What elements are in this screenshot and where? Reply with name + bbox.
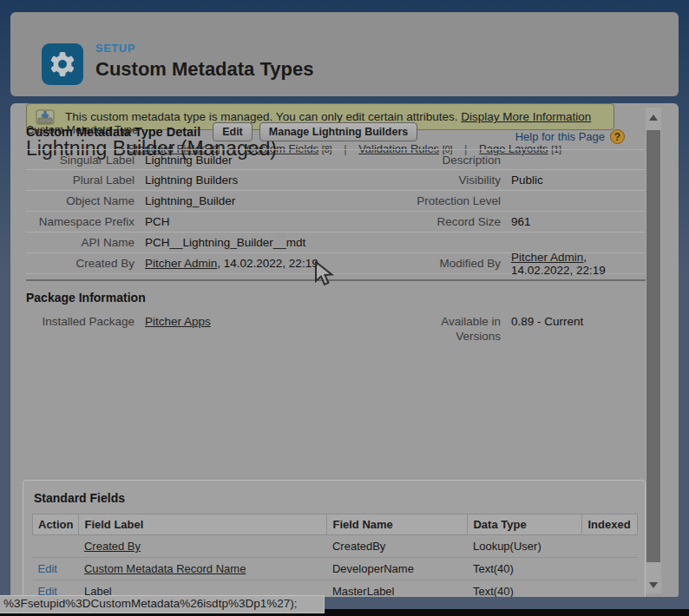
modified-by-user-link[interactable]: Pitcher Admin	[511, 251, 583, 264]
desktop-frame: SETUP Custom Metadata Types Custom Metad…	[0, 0, 689, 616]
gear-icon	[42, 43, 83, 85]
column-header-field-label: Field Label	[79, 514, 327, 535]
edit-row-link[interactable]: Edit	[38, 562, 57, 575]
standard-fields-heading: Standard Fields	[34, 491, 636, 505]
table-row: Created By CreatedBy Lookup(User)	[33, 535, 638, 558]
column-header-data-type: Data Type	[468, 514, 582, 535]
column-header-action: Action	[33, 514, 79, 535]
field-label-link[interactable]: Custom Metadata Record Name	[84, 562, 246, 575]
edit-button[interactable]: Edit	[213, 122, 253, 141]
manage-lightning-builders-button[interactable]: Manage Lightning Builders	[259, 122, 417, 141]
scrollbar-down-icon[interactable]	[649, 582, 658, 588]
detail-row: Namespace Prefix PCH Record Size 961	[26, 212, 646, 233]
setup-header-card: SETUP Custom Metadata Types	[10, 12, 679, 96]
vertical-scrollbar[interactable]	[646, 108, 661, 593]
app-title: Custom Metadata Types	[95, 58, 313, 81]
main-panel: Custom Metadata Type Lightning Builder (…	[10, 103, 679, 597]
detail-row: Plural Label Lightning Builders Visibili…	[26, 170, 646, 191]
available-versions-value: 0.89 - Current	[511, 315, 646, 344]
column-header-indexed: Indexed	[582, 514, 638, 535]
browser-status-bar: %3Fsetupid%3DCustomMetadata%26isdtp%3Dp1…	[0, 595, 325, 613]
created-by-user-link[interactable]: Pitcher Admin	[145, 257, 217, 270]
package-information-row: Installed Package Pitcher Apps Available…	[26, 315, 646, 344]
column-header-field-name: Field Name	[327, 514, 468, 535]
scrollbar-up-icon[interactable]	[649, 115, 658, 121]
standard-fields-table: Action Field Label Field Name Data Type …	[32, 514, 638, 597]
detail-row: Singular Label Lightning Builder Descrip…	[26, 149, 646, 170]
mouse-cursor	[314, 261, 337, 291]
standard-fields-card: Standard Fields Action Field Label Field…	[23, 480, 646, 597]
installed-package-link[interactable]: Pitcher Apps	[145, 315, 211, 328]
scrollbar-thumb[interactable]	[646, 130, 660, 562]
detail-row: Object Name Lightning_Builder Protection…	[26, 191, 646, 212]
package-information-heading: Package Information	[26, 291, 646, 305]
detail-section-heading: Custom Metadata Type Detail	[26, 125, 200, 139]
setup-eyebrow: SETUP	[95, 42, 313, 55]
field-label-link[interactable]: Created By	[84, 540, 141, 553]
detail-grid: Singular Label Lightning Builder Descrip…	[26, 149, 646, 274]
table-row: Edit Custom Metadata Record Name Develop…	[33, 558, 638, 580]
